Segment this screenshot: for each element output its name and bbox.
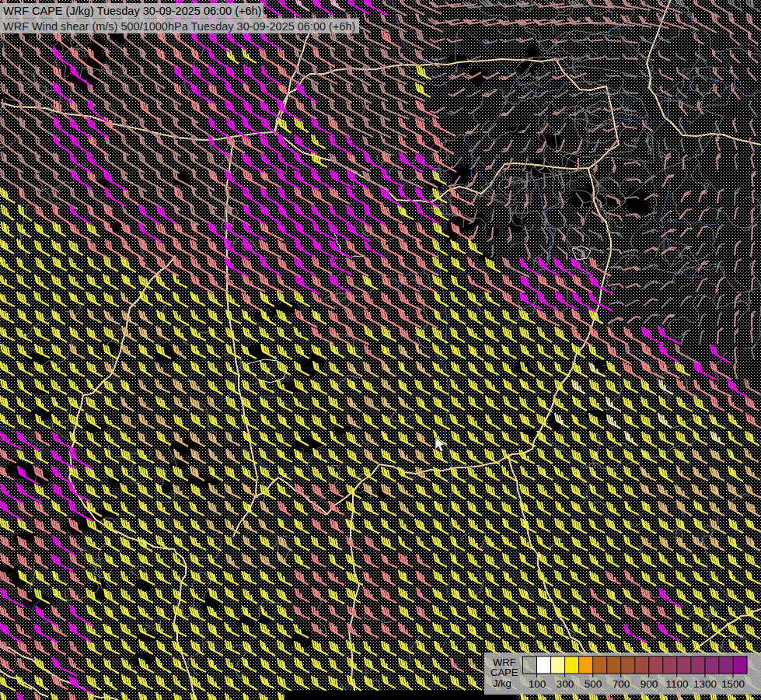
svg-text:1300: 1300 [693, 678, 717, 690]
svg-text:500: 500 [585, 678, 602, 690]
svg-text:100: 100 [529, 678, 546, 690]
svg-text:CAPE: CAPE [490, 667, 518, 678]
svg-text:WRF CAPE (J/kg) Tuesday 30-09-: WRF CAPE (J/kg) Tuesday 30-09-2025 06:00… [3, 5, 261, 17]
svg-text:900: 900 [641, 678, 658, 690]
svg-text:1100: 1100 [665, 678, 688, 690]
svg-text:1500: 1500 [721, 678, 745, 690]
svg-text:700: 700 [613, 678, 630, 690]
svg-text:WRF Wind shear (m/s) 500/1000h: WRF Wind shear (m/s) 500/1000hPa Tuesday… [3, 20, 355, 33]
svg-text:J/kg: J/kg [493, 677, 511, 689]
svg-text:300: 300 [557, 678, 574, 690]
